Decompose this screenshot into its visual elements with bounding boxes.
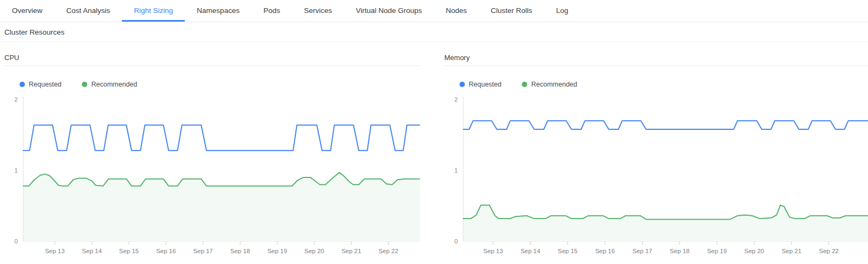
tab-right-sizing[interactable]: Right Sizing bbox=[122, 0, 185, 22]
section-header: Cluster Resources bbox=[0, 22, 868, 42]
legend-item-recommended[interactable]: Recommended bbox=[82, 81, 137, 88]
legend-item-recommended[interactable]: Recommended bbox=[522, 81, 577, 88]
svg-text:Sep 18: Sep 18 bbox=[670, 248, 689, 254]
legend-label: Recommended bbox=[91, 81, 137, 88]
svg-text:Sep 14: Sep 14 bbox=[521, 248, 541, 254]
tab-bar: OverviewCost AnalysisRight SizingNamespa… bbox=[0, 0, 868, 22]
svg-text:Sep 22: Sep 22 bbox=[379, 248, 398, 254]
tab-pods[interactable]: Pods bbox=[251, 0, 292, 22]
svg-text:Sep 20: Sep 20 bbox=[744, 248, 764, 254]
svg-text:Sep 21: Sep 21 bbox=[782, 248, 801, 254]
svg-text:0: 0 bbox=[455, 238, 458, 245]
svg-text:Sep 16: Sep 16 bbox=[595, 248, 614, 254]
svg-text:1: 1 bbox=[455, 167, 458, 174]
svg-text:Sep 13: Sep 13 bbox=[45, 248, 64, 254]
memory-chart-panel: MemoryRequestedRecommended012Sep 13Sep 1… bbox=[444, 42, 868, 256]
cpu-chart-title: CPU bbox=[4, 54, 420, 66]
cpu-chart-canvas[interactable]: 012Sep 13Sep 14Sep 15Sep 16Sep 17Sep 18S… bbox=[4, 93, 420, 256]
svg-text:Sep 17: Sep 17 bbox=[193, 248, 213, 254]
legend-label: Recommended bbox=[531, 81, 577, 88]
tab-services[interactable]: Services bbox=[292, 0, 344, 22]
svg-text:Sep 14: Sep 14 bbox=[82, 248, 102, 254]
legend-dot-recommended-icon bbox=[82, 82, 87, 87]
svg-text:Sep 15: Sep 15 bbox=[558, 248, 578, 254]
legend-dot-requested-icon bbox=[20, 82, 25, 87]
svg-text:Sep 20: Sep 20 bbox=[305, 248, 324, 254]
svg-text:Sep 17: Sep 17 bbox=[632, 248, 652, 254]
tab-virtual-node-groups[interactable]: Virtual Node Groups bbox=[344, 0, 434, 22]
section-title: Cluster Resources bbox=[4, 28, 64, 36]
tab-namespaces[interactable]: Namespaces bbox=[185, 0, 251, 22]
svg-text:0: 0 bbox=[15, 238, 18, 245]
svg-text:Sep 21: Sep 21 bbox=[341, 248, 361, 254]
svg-text:Sep 13: Sep 13 bbox=[483, 248, 503, 254]
tab-log[interactable]: Log bbox=[544, 0, 580, 22]
svg-text:Sep 22: Sep 22 bbox=[819, 248, 838, 254]
tab-nodes[interactable]: Nodes bbox=[434, 0, 479, 22]
svg-text:Sep 15: Sep 15 bbox=[119, 248, 139, 254]
tab-cluster-rolls[interactable]: Cluster Rolls bbox=[479, 0, 545, 22]
svg-text:2: 2 bbox=[455, 96, 458, 103]
svg-text:Sep 19: Sep 19 bbox=[707, 248, 727, 254]
tab-overview[interactable]: Overview bbox=[0, 0, 54, 22]
memory-chart-legend: RequestedRecommended bbox=[459, 80, 868, 89]
tab-cost-analysis[interactable]: Cost Analysis bbox=[54, 0, 122, 22]
memory-chart-canvas[interactable]: 012Sep 13Sep 14Sep 15Sep 16Sep 17Sep 18S… bbox=[444, 93, 868, 256]
svg-text:Sep 16: Sep 16 bbox=[156, 248, 176, 254]
svg-text:Sep 18: Sep 18 bbox=[230, 248, 250, 254]
legend-label: Requested bbox=[29, 81, 61, 88]
svg-text:1: 1 bbox=[15, 167, 18, 174]
legend-label: Requested bbox=[469, 81, 501, 88]
legend-dot-recommended-icon bbox=[522, 82, 527, 87]
cpu-chart-legend: RequestedRecommended bbox=[20, 80, 420, 89]
legend-item-requested[interactable]: Requested bbox=[459, 81, 501, 88]
svg-text:2: 2 bbox=[15, 96, 18, 103]
memory-chart-title: Memory bbox=[444, 54, 868, 66]
cpu-chart-panel: CPURequestedRecommended012Sep 13Sep 14Se… bbox=[4, 42, 420, 256]
legend-item-requested[interactable]: Requested bbox=[20, 81, 61, 88]
cluster-resources-charts: CPURequestedRecommended012Sep 13Sep 14Se… bbox=[0, 42, 868, 256]
svg-text:Sep 19: Sep 19 bbox=[267, 248, 287, 254]
legend-dot-requested-icon bbox=[459, 82, 465, 87]
